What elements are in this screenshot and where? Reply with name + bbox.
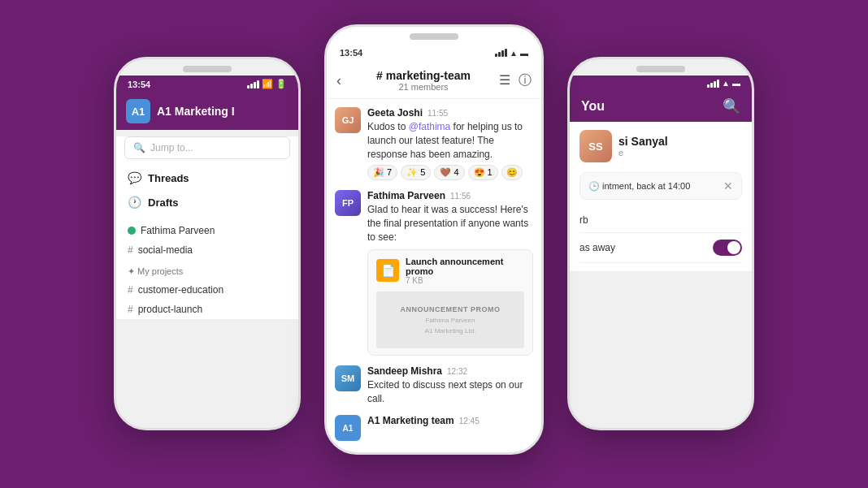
text-fathima: Glad to hear it was a success! Here's th… — [367, 203, 533, 244]
search-icon-left: 🔍 — [133, 142, 145, 153]
author-fathima: Fathima Parveen — [367, 190, 445, 201]
add-reaction-button[interactable]: 😊 — [501, 165, 523, 180]
phone-speaker-left — [183, 66, 232, 72]
hash-icon-product: # — [128, 304, 133, 315]
battery-icon-center: ▬ — [520, 49, 528, 58]
away-toggle[interactable] — [713, 240, 742, 256]
profile-sub: e — [618, 148, 668, 158]
product-launch-label: product-launch — [138, 304, 202, 315]
time-geeta: 11:55 — [427, 109, 448, 118]
file-size: 7 KB — [406, 276, 524, 285]
time-fathima: 11:56 — [450, 192, 471, 201]
text-geeta: Kudos to @fathima for helping us to laun… — [367, 120, 533, 161]
avatar-a1: A1 — [335, 415, 361, 441]
sidebar-item-customer-education[interactable]: # customer-education — [124, 280, 290, 300]
sidebar-item-threads[interactable]: 💬 Threads — [124, 166, 290, 190]
customer-education-label: customer-education — [138, 284, 224, 296]
right-phone: ▲ ▬ You 🔍 SS si Sanyal e 🕒 intment, back… — [567, 57, 754, 430]
status-message: intment, back at 14:00 — [602, 181, 690, 191]
message-content-a1: A1 Marketing team 12:45 — [367, 415, 533, 441]
hash-icon-customer: # — [128, 284, 133, 296]
info-icon[interactable]: ⓘ — [519, 72, 532, 89]
sidebar-item-social-media[interactable]: # social-media — [124, 240, 290, 260]
message-fathima: FP Fathima Parveen 11:56 Glad to hear it… — [335, 190, 533, 355]
user-online-indicator — [128, 227, 136, 235]
search-filter-icon[interactable]: ☰ — [499, 72, 510, 89]
sidebar-item-fathima[interactable]: Fathima Parveen — [124, 221, 290, 240]
wifi-icon-center: ▲ — [510, 49, 518, 58]
sidebar-item-drafts[interactable]: 🕐 Drafts — [124, 190, 290, 214]
file-name: Launch announcement promo — [406, 257, 524, 276]
app-header-right: You 🔍 — [570, 91, 752, 122]
file-preview-text: ANNOUNCEMENT PROMO — [401, 305, 501, 313]
text-sandeep: Excited to discuss next steps on our cal… — [367, 378, 533, 406]
profile-section: SS si Sanyal e — [579, 130, 742, 162]
reaction-party[interactable]: 🎉 7 — [367, 165, 397, 180]
sidebar-item-product-launch[interactable]: # product-launch — [124, 300, 290, 319]
file-preview: ANNOUNCEMENT PROMO Fathima Parveen A1 Ma… — [376, 292, 524, 348]
setting-label-2: as away — [579, 242, 615, 253]
message-header-a1: A1 Marketing team 12:45 — [367, 415, 533, 426]
back-button[interactable]: ‹ — [336, 72, 341, 89]
battery-icon-left: 🔋 — [276, 79, 287, 89]
battery-icon-right: ▬ — [732, 79, 740, 88]
status-icons-left: 📶 🔋 — [247, 79, 287, 89]
status-card[interactable]: 🕒 intment, back at 14:00 ✕ — [579, 172, 742, 200]
threads-icon: 💬 — [128, 171, 141, 184]
channel-title: # marketing-team 21 members — [348, 69, 499, 92]
sidebar-left: 💬 Threads 🕐 Drafts Fathima Parveen # soc… — [116, 166, 298, 319]
file-attachment[interactable]: 📄 Launch announcement promo 7 KB ANNOUNC… — [367, 249, 533, 356]
status-bar-center: 13:54 ▲ ▬ — [327, 43, 541, 63]
file-preview-sub1: Fathima Parveen — [426, 317, 475, 324]
profile-info: si Sanyal e — [618, 135, 668, 158]
wifi-icon-left: 📶 — [262, 79, 273, 89]
you-title: You — [581, 99, 605, 114]
message-content-fathima: Fathima Parveen 11:56 Glad to hear it wa… — [367, 190, 533, 355]
right-content: SS si Sanyal e 🕒 intment, back at 14:00 … — [570, 122, 752, 271]
reaction-heart[interactable]: 🤎 4 — [434, 165, 464, 180]
center-phone: 13:54 ▲ ▬ ‹ # marketing-team 21 members … — [324, 24, 544, 455]
status-card-text: 🕒 intment, back at 14:00 — [588, 181, 723, 192]
chat-area: GJ Geeta Joshi 11:55 Kudos to @fathima f… — [327, 99, 541, 448]
message-a1: A1 A1 Marketing team 12:45 — [335, 415, 533, 441]
file-icon: 📄 — [376, 259, 399, 282]
author-geeta: Geeta Joshi — [367, 107, 423, 119]
status-bar-right: ▲ ▬ — [570, 76, 752, 91]
drafts-icon: 🕐 — [128, 196, 141, 209]
star-icon: ✦ — [128, 266, 135, 276]
reaction-heart-eyes[interactable]: 😍 1 — [468, 165, 498, 180]
channel-name: # marketing-team — [348, 69, 499, 82]
reaction-sparkles[interactable]: ✨ 5 — [401, 165, 431, 180]
message-header-sandeep: Sandeep Mishra 12:32 — [367, 365, 533, 377]
avatar-fathima: FP — [335, 190, 361, 216]
author-a1: A1 Marketing team — [367, 415, 454, 426]
threads-label: Threads — [148, 172, 189, 184]
close-status-button[interactable]: ✕ — [723, 179, 733, 192]
avatar-sandeep: SM — [335, 365, 361, 391]
search-icon-right[interactable]: 🔍 — [723, 97, 740, 115]
message-header-fathima: Fathima Parveen 11:56 — [367, 190, 533, 201]
profile-avatar: SS — [579, 130, 612, 162]
search-bar-left[interactable]: 🔍 Jump to... — [124, 136, 290, 159]
file-header: 📄 Launch announcement promo 7 KB — [376, 257, 524, 285]
message-sandeep: SM Sandeep Mishra 12:32 Excited to discu… — [335, 365, 533, 406]
phone-speaker-right — [636, 66, 685, 72]
channel-actions: ☰ ⓘ — [499, 72, 532, 89]
time-center: 13:54 — [340, 48, 362, 58]
avatar-geeta: GJ — [335, 107, 361, 133]
projects-section-header: ✦ My projects — [124, 260, 290, 280]
signal-icon-right — [707, 80, 719, 88]
search-placeholder-left: Jump to... — [150, 142, 193, 153]
time-sandeep: 12:32 — [447, 367, 467, 376]
left-phone: 13:54 📶 🔋 A1 A1 Marketing I 🔍 Jump to...… — [114, 57, 301, 430]
message-header-geeta: Geeta Joshi 11:55 — [367, 107, 533, 119]
social-media-label: social-media — [138, 244, 193, 256]
author-sandeep: Sandeep Mishra — [367, 365, 442, 377]
reactions-geeta: 🎉 7 ✨ 5 🤎 4 😍 1 😊 — [367, 165, 533, 180]
clock-icon-status: 🕒 — [588, 181, 600, 191]
message-content-sandeep: Sandeep Mishra 12:32 Excited to discuss … — [367, 365, 533, 406]
wifi-icon-right: ▲ — [722, 79, 730, 88]
workspace-icon-left: A1 — [126, 99, 150, 123]
channel-header: ‹ # marketing-team 21 members ☰ ⓘ — [327, 63, 541, 99]
signal-icon-center — [495, 49, 507, 57]
